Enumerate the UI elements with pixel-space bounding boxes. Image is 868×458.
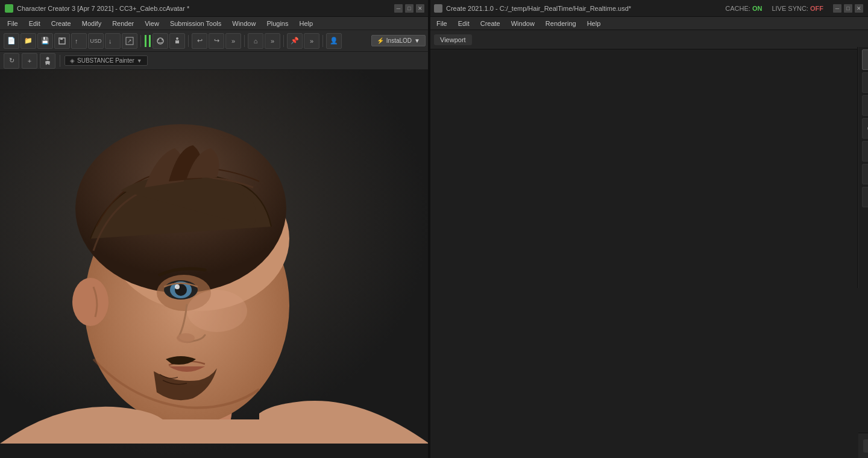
menu-file[interactable]: File bbox=[2, 19, 23, 28]
cache-status: CACHE: ON bbox=[725, 5, 762, 12]
usd-button[interactable]: USD bbox=[88, 33, 104, 49]
save-as-button[interactable] bbox=[54, 33, 70, 49]
menu-submission-tools[interactable]: Submission Tools bbox=[165, 19, 226, 28]
svg-point-23 bbox=[187, 290, 247, 332]
left-close-button[interactable]: ✕ bbox=[416, 4, 424, 13]
menu-plugins[interactable]: Plugins bbox=[262, 19, 293, 28]
menu-modify[interactable]: Modify bbox=[77, 19, 106, 28]
character-button[interactable] bbox=[40, 53, 55, 69]
import-button[interactable]: ↓ bbox=[105, 33, 121, 49]
live-sync-status: LIVE SYNC: OFF bbox=[772, 5, 823, 12]
separator-3 bbox=[244, 35, 245, 47]
right-menu-rendering[interactable]: Rendering bbox=[541, 19, 581, 28]
insta-lod-button[interactable]: ⚡ InstaLOD ▼ bbox=[371, 35, 426, 46]
substance-chevron: ▼ bbox=[137, 58, 142, 64]
right-menu-file[interactable]: File bbox=[432, 19, 452, 28]
left-character-render bbox=[0, 70, 429, 444]
menu-create[interactable]: Create bbox=[46, 19, 76, 28]
svg-point-7 bbox=[158, 39, 159, 40]
view-more-button[interactable]: » bbox=[265, 33, 280, 49]
right-menu-edit[interactable]: Edit bbox=[453, 19, 474, 28]
right-menu-create[interactable]: Create bbox=[476, 19, 505, 28]
content-tab[interactable]: Content bbox=[863, 439, 868, 453]
expand-button[interactable] bbox=[862, 141, 869, 162]
green-indicator-1 bbox=[145, 35, 146, 47]
left-viewport[interactable] bbox=[0, 70, 429, 458]
separator-t2 bbox=[60, 55, 60, 67]
menu-help[interactable]: Help bbox=[294, 19, 318, 28]
more2-button[interactable]: » bbox=[304, 33, 319, 49]
menu-view[interactable]: View bbox=[140, 19, 164, 28]
menu-window[interactable]: Window bbox=[227, 19, 260, 28]
save-button[interactable]: 💾 bbox=[37, 33, 53, 49]
insta-lod-label: InstaLOD bbox=[386, 37, 412, 44]
left-toolbar-main: 📄 📁 💾 ↑ USD ↓ ↗ ↩ ↪ » ⌂ » 📌 bbox=[0, 30, 429, 52]
pan-tool-button[interactable] bbox=[862, 118, 869, 139]
svg-point-9 bbox=[176, 37, 178, 40]
left-menubar: File Edit Create Modify Render View Subm… bbox=[0, 17, 429, 30]
right-menu-window[interactable]: Window bbox=[506, 19, 539, 28]
right-sidebar bbox=[858, 47, 868, 421]
menu-render[interactable]: Render bbox=[107, 19, 139, 28]
svg-point-10 bbox=[46, 57, 49, 60]
svg-point-22 bbox=[72, 278, 108, 326]
separator-5 bbox=[322, 35, 323, 47]
insta-lod-icon: ⚡ bbox=[377, 37, 384, 44]
create-app-icon bbox=[434, 4, 442, 13]
left-window-controls: ─ □ ✕ bbox=[394, 4, 424, 13]
right-panel: Create 2021.1.0 - C:/_temp/Hair_RealTime… bbox=[429, 0, 868, 458]
right-maximize-button[interactable]: □ bbox=[844, 4, 852, 13]
separator-4 bbox=[283, 35, 284, 47]
svg-text:↗: ↗ bbox=[127, 38, 132, 44]
left-maximize-button[interactable]: □ bbox=[405, 4, 414, 13]
svg-rect-1 bbox=[60, 38, 63, 40]
substance-icon: ◈ bbox=[70, 57, 75, 64]
undo-button[interactable]: ↩ bbox=[192, 33, 207, 49]
export-button[interactable]: ↑ bbox=[71, 33, 87, 49]
right-minimize-button[interactable]: ─ bbox=[833, 4, 841, 13]
viewport-tab[interactable]: Viewport bbox=[434, 34, 472, 45]
cc3-app-icon bbox=[5, 4, 13, 13]
left-toolbar-secondary: ↻ + ◈ SUBSTANCE Painter ▼ bbox=[0, 52, 429, 70]
svg-text:↓: ↓ bbox=[108, 37, 112, 45]
body-button[interactable] bbox=[169, 33, 185, 49]
orbit-tool-button[interactable] bbox=[862, 72, 869, 93]
menu-edit[interactable]: Edit bbox=[24, 19, 45, 28]
left-minimize-button[interactable]: ─ bbox=[394, 4, 403, 13]
panel-divider bbox=[428, 0, 430, 458]
user-button[interactable]: 👤 bbox=[326, 33, 342, 49]
right-menubar: File Edit Create Window Rendering Help bbox=[429, 17, 868, 30]
right-titlebar: Create 2021.1.0 - C:/_temp/Hair_RealTime… bbox=[429, 0, 868, 17]
new-file-button[interactable]: 📄 bbox=[4, 33, 19, 49]
zoom-tool-button[interactable] bbox=[862, 95, 869, 116]
svg-point-20 bbox=[175, 284, 180, 289]
cursor-button[interactable]: + bbox=[22, 53, 37, 69]
pin-button[interactable]: 📌 bbox=[287, 33, 303, 49]
open-file-button[interactable]: 📁 bbox=[20, 33, 36, 49]
svg-rect-24 bbox=[163, 419, 259, 444]
bottom-tab-bar: Content Console bbox=[858, 433, 868, 458]
substance-button[interactable]: ◈ SUBSTANCE Painter ▼ bbox=[64, 55, 148, 66]
svg-text:↑: ↑ bbox=[75, 37, 78, 45]
export2-button[interactable]: ↗ bbox=[122, 33, 137, 49]
right-close-button[interactable]: ✕ bbox=[855, 4, 863, 13]
left-window-title: Character Creator 3 [Apr 7 2021] - CC3+_… bbox=[17, 5, 391, 12]
cache-on-value: ON bbox=[752, 5, 763, 12]
separator-2 bbox=[188, 35, 189, 47]
rotate-button[interactable]: ↻ bbox=[4, 53, 19, 69]
anchor-button[interactable] bbox=[862, 164, 869, 184]
more-button[interactable]: » bbox=[225, 33, 241, 49]
select-tool-button[interactable] bbox=[862, 49, 869, 70]
left-titlebar: Character Creator 3 [Apr 7 2021] - CC3+_… bbox=[0, 0, 429, 17]
insta-lod-chevron: ▼ bbox=[414, 37, 420, 44]
home-button[interactable]: ⌂ bbox=[248, 33, 263, 49]
right-window-title: Create 2021.1.0 - C:/_temp/Hair_RealTime… bbox=[446, 5, 722, 12]
svg-point-21 bbox=[177, 333, 195, 343]
separator-1 bbox=[140, 35, 141, 47]
right-window-controls: ─ □ ✕ bbox=[833, 4, 863, 13]
play-button[interactable] bbox=[862, 187, 869, 207]
morph-button[interactable] bbox=[153, 33, 168, 49]
live-sync-off-value: OFF bbox=[810, 5, 823, 12]
redo-button[interactable]: ↪ bbox=[209, 33, 224, 49]
right-menu-help[interactable]: Help bbox=[582, 19, 606, 28]
